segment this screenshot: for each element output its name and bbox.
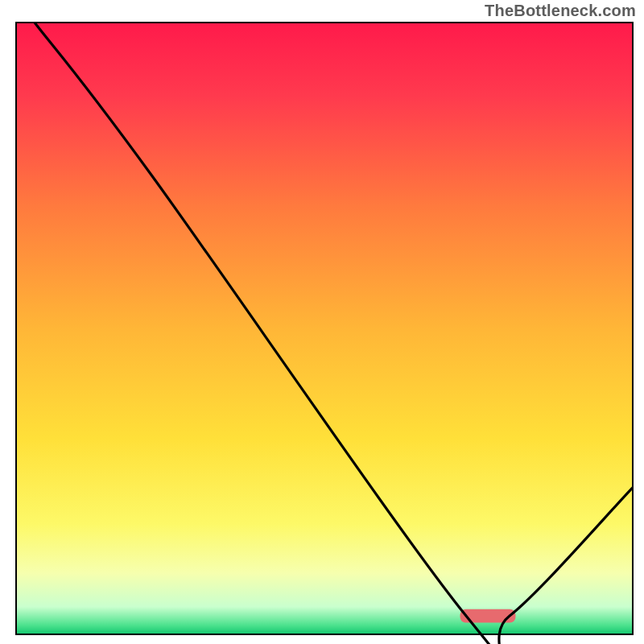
gradient-background (16, 23, 633, 634)
optimal-region-marker (460, 609, 516, 623)
bottleneck-chart (0, 0, 644, 644)
chart-stage: TheBottleneck.com (0, 0, 644, 644)
